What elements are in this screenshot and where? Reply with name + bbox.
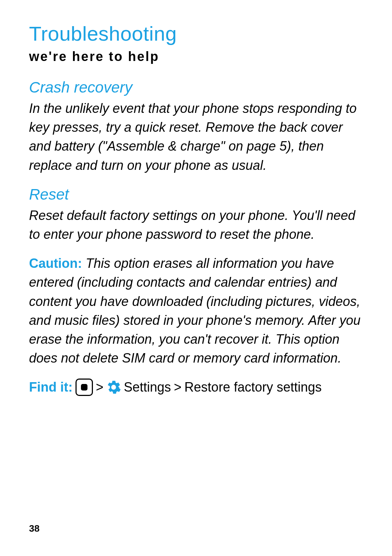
gear-icon <box>106 380 121 394</box>
body-text-crash-recovery: In the unlikely event that your phone st… <box>29 99 363 175</box>
body-text-reset: Reset default factory settings on your p… <box>29 206 363 244</box>
page-subtitle: we're here to help <box>29 49 363 64</box>
document-page: Troubleshooting we're here to help Crash… <box>0 0 392 556</box>
chevron-icon: > <box>174 378 181 397</box>
home-button-icon <box>75 379 93 396</box>
find-it-navigation: Find it: > Settings > Restore factory se… <box>29 378 363 397</box>
page-title: Troubleshooting <box>29 22 363 45</box>
caution-label: Caution: <box>29 256 82 271</box>
nav-restore: Restore factory settings <box>184 378 322 397</box>
caution-body: This option erases all information you h… <box>29 256 360 365</box>
page-number: 38 <box>29 523 40 534</box>
section-heading-reset: Reset <box>29 186 363 203</box>
chevron-icon: > <box>96 378 103 397</box>
section-heading-crash-recovery: Crash recovery <box>29 79 363 96</box>
find-it-label: Find it: <box>29 378 73 397</box>
nav-settings: Settings <box>124 378 171 397</box>
body-text-caution: Caution: This option erases all informat… <box>29 254 363 368</box>
